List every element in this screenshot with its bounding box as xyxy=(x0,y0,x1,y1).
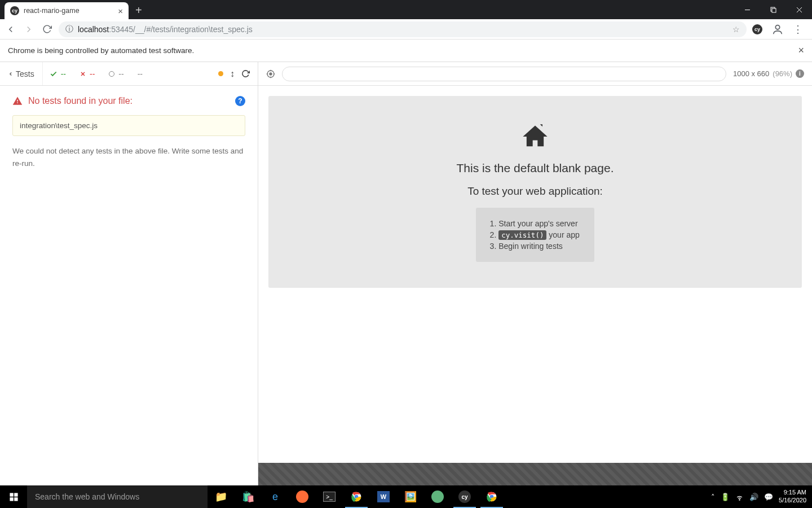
info-icon: i xyxy=(796,69,804,78)
automation-infobar: Chrome is being controlled by automated … xyxy=(0,40,812,62)
kebab-menu-icon[interactable]: ⋮ xyxy=(793,23,803,36)
step-1: Start your app's server xyxy=(498,219,580,228)
extension-cypress-icon[interactable]: cy xyxy=(752,24,762,34)
site-info-icon[interactable]: ⓘ xyxy=(65,24,73,34)
start-button[interactable] xyxy=(0,485,27,508)
system-tray: ˄ 🔋 🔊 💬 9:15 AM 5/16/2020 xyxy=(711,489,812,505)
spec-file-path: integration\test_spec.js xyxy=(12,115,245,136)
tray-battery-icon[interactable]: 🔋 xyxy=(721,493,730,501)
store-icon[interactable]: 🛍️ xyxy=(235,485,262,508)
chrome-icon[interactable] xyxy=(343,485,370,508)
browser-tab[interactable]: cy react-mario-game × xyxy=(5,2,129,19)
preview-toolbar: 1000 x 660 (96%) i xyxy=(258,62,812,86)
code-snippet: cy.visit() xyxy=(498,230,546,240)
address-bar[interactable]: ⓘ localhost:53445/__/#/tests/integration… xyxy=(59,21,747,37)
rerun-button[interactable] xyxy=(241,69,250,78)
warning-icon xyxy=(12,96,23,106)
close-window-button[interactable] xyxy=(786,0,812,19)
tray-clock[interactable]: 9:15 AM 5/16/2020 xyxy=(779,489,806,505)
window-controls xyxy=(734,0,812,19)
maximize-button[interactable] xyxy=(760,0,786,19)
photos-icon[interactable]: 🖼️ xyxy=(397,485,424,508)
preview-footer-stripe xyxy=(258,463,812,485)
minimize-button[interactable] xyxy=(734,0,760,19)
no-tests-error-heading: No tests found in your file: ? xyxy=(12,96,245,106)
windows-taskbar: Search the web and Windows 📁 🛍️ e >_ W 🖼… xyxy=(0,485,812,508)
svg-rect-18 xyxy=(14,497,17,501)
reporter-toolbar: Tests -- -- -- -- ↕ xyxy=(0,62,258,86)
tests-back-button[interactable]: Tests xyxy=(0,62,43,85)
atom-icon[interactable] xyxy=(424,485,451,508)
tray-notifications-icon[interactable]: 💬 xyxy=(764,493,773,501)
help-icon[interactable]: ? xyxy=(235,96,245,106)
reload-button[interactable] xyxy=(41,23,53,36)
blank-page-subheading: To test your web application: xyxy=(467,185,603,198)
aut-blank-page: This is the default blank page. To test … xyxy=(268,96,802,288)
svg-rect-15 xyxy=(10,493,13,496)
svg-rect-16 xyxy=(14,493,17,496)
duration: -- xyxy=(131,62,149,85)
blank-page-heading: This is the default blank page. xyxy=(456,161,614,175)
cypress-favicon-icon: cy xyxy=(10,6,19,15)
forward-button[interactable] xyxy=(23,23,35,36)
error-description: We could not detect any tests in the abo… xyxy=(12,145,245,169)
url-text: localhost:53445/__/#/tests/integration\t… xyxy=(78,25,253,34)
aut-url-display[interactable] xyxy=(282,67,726,81)
blank-page-steps: Start your app's server cy.visit() your … xyxy=(476,208,594,262)
svg-rect-17 xyxy=(10,497,13,501)
browser-tab-strip: cy react-mario-game × + xyxy=(0,0,812,19)
cypress-app-icon[interactable]: cy xyxy=(451,485,478,508)
fail-count: -- xyxy=(73,62,102,85)
status-dot-icon xyxy=(218,71,223,76)
tray-wifi-icon[interactable] xyxy=(735,493,744,501)
pending-count: -- xyxy=(102,62,130,85)
taskbar-apps: 📁 🛍️ e >_ W 🖼️ cy xyxy=(208,485,505,508)
infobar-close-icon[interactable]: × xyxy=(798,45,804,56)
svg-point-10 xyxy=(270,73,272,75)
taskbar-search[interactable]: Search the web and Windows xyxy=(27,485,208,508)
back-button[interactable] xyxy=(5,23,17,36)
pass-count: -- xyxy=(43,62,73,85)
step-2: cy.visit() your app xyxy=(498,230,580,239)
auto-scroll-icon[interactable]: ↕ xyxy=(230,69,235,79)
svg-point-8 xyxy=(109,71,114,76)
close-tab-icon[interactable]: × xyxy=(118,7,123,15)
cypress-runner: Tests -- -- -- -- ↕ No tests found in yo… xyxy=(0,62,812,485)
viewport-info[interactable]: 1000 x 660 (96%) i xyxy=(733,69,804,78)
svg-point-23 xyxy=(739,499,740,500)
edge-icon[interactable]: e xyxy=(262,485,289,508)
svg-rect-2 xyxy=(772,8,776,12)
tray-volume-icon[interactable]: 🔊 xyxy=(749,493,758,501)
bookmark-star-icon[interactable]: ☆ xyxy=(732,25,740,34)
word-icon[interactable]: W xyxy=(370,485,397,508)
chrome-icon-2[interactable] xyxy=(478,485,505,508)
step-3: Begin writing tests xyxy=(498,242,580,251)
new-tab-button[interactable]: + xyxy=(135,4,142,17)
selector-playground-icon[interactable] xyxy=(266,69,275,78)
svg-point-5 xyxy=(775,25,779,29)
app-preview-panel: 1000 x 660 (96%) i This is the default b… xyxy=(258,62,812,485)
file-explorer-icon[interactable]: 📁 xyxy=(208,485,235,508)
browser-toolbar: ⓘ localhost:53445/__/#/tests/integration… xyxy=(0,19,812,40)
infobar-message: Chrome is being controlled by automated … xyxy=(8,46,194,55)
tab-title: react-mario-game xyxy=(24,7,80,15)
terminal-icon[interactable]: >_ xyxy=(316,485,343,508)
tray-chevron-icon[interactable]: ˄ xyxy=(711,493,715,501)
profile-icon[interactable] xyxy=(771,23,784,36)
postman-icon[interactable] xyxy=(289,485,316,508)
reporter-sidebar: Tests -- -- -- -- ↕ No tests found in yo… xyxy=(0,62,258,485)
home-icon xyxy=(520,122,550,151)
